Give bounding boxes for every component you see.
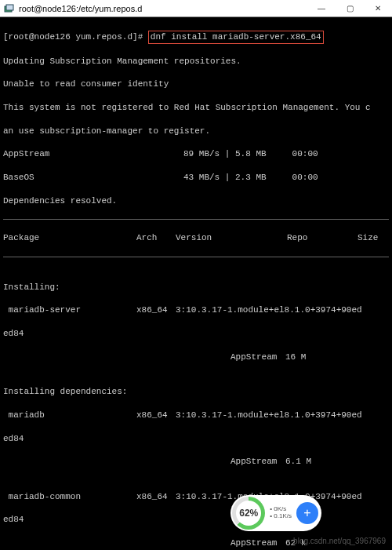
- col-arch: Arch: [136, 232, 176, 244]
- output-line: This system is not registered to Red Hat…: [3, 102, 389, 114]
- maximize-button[interactable]: ▢: [336, 0, 364, 17]
- close-button[interactable]: ✕: [364, 0, 392, 17]
- window-title: root@node126:/etc/yum.repos.d: [19, 4, 307, 13]
- section-installing: Installing:: [3, 282, 389, 293]
- table-row-cont: ed84: [3, 514, 389, 526]
- output-line: an use subscription-manager to register.: [3, 126, 389, 137]
- output-line: Dependencies resolved.: [3, 195, 389, 207]
- table-row: mariadbx86_643:10.3.17-1.module+el8.1.0+…: [3, 410, 389, 421]
- section-installing-deps: Installing dependencies:: [3, 386, 389, 398]
- repo-line: AppStream89 MB/s | 5.8 MB 00:00: [3, 148, 389, 160]
- output-line: Updating Subscription Management reposit…: [3, 56, 389, 67]
- table-row-meta: AppStream6.1 M: [3, 456, 389, 468]
- highlighted-command: dnf install mariadb-server.x86_64: [148, 31, 324, 44]
- window-titlebar: root@node126:/etc/yum.repos.d — ▢ ✕: [0, 0, 392, 17]
- table-row-meta: AppStream16 M: [3, 351, 389, 363]
- add-button[interactable]: +: [296, 502, 318, 524]
- svg-rect-1: [6, 5, 13, 10]
- progress-ring: 62%: [232, 497, 265, 530]
- watermark: blog.csdn.net/qq_3967969: [293, 537, 386, 545]
- speed-readout: 0K/s 0.1K/s: [270, 506, 292, 520]
- separator: [3, 219, 389, 220]
- table-row: mariadb-commonx86_643:10.3.17-1.module+e…: [3, 491, 389, 503]
- table-row-cont: ed84: [3, 433, 389, 445]
- progress-percent: 62%: [239, 508, 258, 519]
- separator: [3, 257, 389, 257]
- table-row-cont: ed84: [3, 328, 389, 340]
- prompt-line: [root@node126 yum.repos.d]# dnf install …: [3, 31, 389, 44]
- network-monitor-widget[interactable]: 62% 0K/s 0.1K/s +: [230, 495, 321, 531]
- repo-line: BaseOS43 MB/s | 2.3 MB 00:00: [3, 172, 389, 184]
- table-header: PackageArchVersionRepoSize: [3, 232, 389, 244]
- download-speed: 0.1K/s: [270, 513, 292, 520]
- terminal-output[interactable]: [root@node126 yum.repos.d]# dnf install …: [0, 17, 392, 550]
- prompt: [root@node126 yum.repos.d]#: [3, 32, 143, 42]
- table-row: mariadb-serverx86_643:10.3.17-1.module+e…: [3, 304, 389, 316]
- putty-icon: [3, 2, 16, 15]
- col-package: Package: [3, 232, 136, 244]
- col-version: Version: [176, 232, 212, 244]
- minimize-button[interactable]: —: [307, 0, 336, 17]
- output-line: Unable to read consumer identity: [3, 78, 389, 90]
- col-repo: Repo: [287, 232, 358, 244]
- col-size: Size: [358, 232, 389, 244]
